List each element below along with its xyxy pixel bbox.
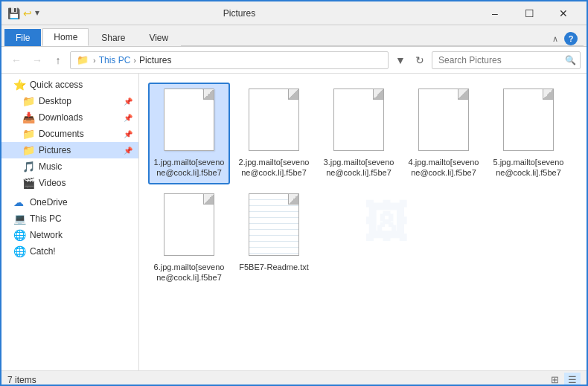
title-bar-controls: – ☐ ✕ — [478, 1, 581, 25]
pin-icon-desktop: 📌 — [124, 97, 132, 106]
pin-icon-downloads: 📌 — [124, 114, 132, 122]
maximize-button[interactable]: ☐ — [512, 1, 546, 25]
tab-home[interactable]: Home — [42, 28, 89, 46]
file-icon-4 — [417, 89, 470, 154]
close-button[interactable]: ✕ — [546, 1, 581, 25]
network-icon: 🌐 — [13, 229, 27, 241]
music-icon: 🎵 — [22, 161, 36, 173]
sidebar-item-thispc[interactable]: 💻 This PC — [1, 210, 138, 227]
pin-icon-pictures: 📌 — [124, 147, 132, 155]
sidebar-label-documents: Documents — [39, 129, 121, 139]
sidebar-label-catch: Catch! — [30, 246, 132, 257]
sidebar-label-quick-access: Quick access — [30, 80, 132, 90]
file-item-3[interactable]: 3.jpg.mailto[sevenone@cock.li].f5be7 — [318, 83, 400, 184]
sidebar-label-desktop: Desktop — [39, 96, 121, 106]
file-item-6[interactable]: 6.jpg.mailto[sevenone@cock.li].f5be7 — [148, 187, 230, 289]
sidebar-label-music: Music — [39, 161, 132, 172]
file-icon-7 — [247, 193, 301, 259]
file-name-2: 2.jpg.mailto[sevenone@cock.li].f5be7 — [237, 157, 310, 178]
window-title: Pictures — [1, 8, 478, 19]
file-item-2[interactable]: 2.jpg.mailto[sevenone@cock.li].f5be7 — [233, 83, 315, 184]
back-button[interactable]: ← — [7, 51, 25, 69]
pin-icon-documents: 📌 — [124, 130, 132, 138]
dropdown-path-button[interactable]: ▼ — [392, 51, 409, 69]
sidebar-item-onedrive[interactable]: ☁ OneDrive — [1, 194, 138, 210]
folder-icon: 📁 — [77, 54, 89, 65]
list-view-button[interactable]: ☰ — [564, 373, 581, 387]
sidebar-item-pictures[interactable]: 📁 Pictures 📌 — [1, 142, 138, 158]
address-path: 📁 › This PC › Pictures — [70, 51, 389, 69]
sidebar-label-downloads: Downloads — [39, 112, 121, 123]
path-thispc[interactable]: This PC — [99, 55, 131, 65]
thispc-icon: 💻 — [13, 213, 27, 225]
title-bar: 💾 ↩ ▾ Pictures – ☐ ✕ — [1, 1, 587, 25]
file-item-7[interactable]: F5BE7-Readme.txt — [233, 187, 315, 289]
file-icon-5 — [502, 89, 555, 154]
main-layout: ⭐ Quick access 📁 Desktop 📌 📥 Downloads 📌… — [1, 74, 587, 370]
pictures-icon: 📁 — [22, 144, 36, 156]
search-icon: 🔍 — [565, 55, 576, 65]
sidebar-label-network: Network — [30, 230, 132, 240]
onedrive-icon: ☁ — [13, 196, 27, 208]
status-bar: 7 items ⊞ ☰ — [1, 370, 587, 386]
videos-icon: 🎬 — [22, 177, 36, 189]
sidebar-label-videos: Videos — [39, 178, 132, 188]
item-count: 7 items — [7, 375, 36, 385]
sidebar-item-catch[interactable]: 🌐 Catch! — [1, 243, 138, 260]
file-item-5[interactable]: 5.jpg.mailto[sevenone@cock.li].f5be7 — [488, 83, 569, 184]
sidebar-item-downloads[interactable]: 📥 Downloads 📌 — [1, 109, 138, 126]
files-grid: 1.jpg.mailto[sevenone@cock.li].f5be7 2.j… — [145, 80, 581, 292]
file-name-4: 4.jpg.mailto[sevenone@cock.li].f5be7 — [407, 157, 480, 178]
content-area: 🖼 1.jpg.mailto[sevenone@cock.li].f5be7 — [139, 74, 587, 370]
quick-access-icon: ⭐ — [13, 79, 27, 91]
file-name-6: 6.jpg.mailto[sevenone@cock.li].f5be7 — [153, 262, 226, 283]
file-icon-6 — [162, 193, 216, 259]
address-controls: ▼ ↻ — [392, 51, 429, 69]
tab-file[interactable]: File — [4, 29, 41, 46]
file-name-5: 5.jpg.mailto[sevenone@cock.li].f5be7 — [492, 157, 565, 178]
file-item-1[interactable]: 1.jpg.mailto[sevenone@cock.li].f5be7 — [148, 83, 230, 184]
file-icon-1 — [162, 89, 216, 154]
help-button[interactable]: ? — [564, 32, 578, 45]
ribbon: File Home Share View ∧ ? — [1, 25, 587, 47]
documents-icon: 📁 — [22, 128, 36, 140]
sidebar-label-onedrive: OneDrive — [30, 197, 132, 208]
file-name-1: 1.jpg.mailto[sevenone@cock.li].f5be7 — [153, 157, 226, 178]
ribbon-collapse-icon[interactable]: ∧ — [552, 34, 558, 44]
tab-share[interactable]: Share — [90, 29, 136, 46]
sidebar: ⭐ Quick access 📁 Desktop 📌 📥 Downloads 📌… — [1, 74, 139, 370]
refresh-button[interactable]: ↻ — [411, 51, 429, 69]
address-bar: ← → ↑ 📁 › This PC › Pictures ▼ ↻ 🔍 — [1, 47, 587, 74]
downloads-icon: 📥 — [22, 112, 36, 123]
sidebar-item-music[interactable]: 🎵 Music — [1, 158, 138, 175]
sidebar-item-documents[interactable]: 📁 Documents 📌 — [1, 126, 138, 142]
view-toggle: ⊞ ☰ — [546, 373, 581, 387]
file-item-4[interactable]: 4.jpg.mailto[sevenone@cock.li].f5be7 — [403, 83, 485, 184]
file-name-7: F5BE7-Readme.txt — [239, 262, 309, 272]
ribbon-tabs: File Home Share View ∧ ? — [1, 25, 587, 46]
sidebar-item-network[interactable]: 🌐 Network — [1, 227, 138, 243]
tab-view[interactable]: View — [138, 29, 179, 46]
search-box-wrap: 🔍 — [432, 51, 581, 69]
minimize-button[interactable]: – — [478, 1, 512, 25]
sidebar-label-pictures: Pictures — [39, 145, 121, 155]
forward-button[interactable]: → — [28, 51, 46, 69]
file-icon-3 — [332, 89, 386, 154]
file-name-3: 3.jpg.mailto[sevenone@cock.li].f5be7 — [322, 157, 395, 178]
breadcrumb: 📁 › This PC › Pictures — [77, 54, 171, 65]
path-pictures[interactable]: Pictures — [139, 55, 171, 65]
catch-icon: 🌐 — [13, 245, 27, 257]
desktop-icon: 📁 — [22, 95, 36, 107]
large-icons-view-button[interactable]: ⊞ — [546, 373, 563, 387]
sidebar-item-videos[interactable]: 🎬 Videos — [1, 175, 138, 191]
sidebar-item-desktop[interactable]: 📁 Desktop 📌 — [1, 93, 138, 109]
file-icon-2 — [247, 89, 301, 154]
sidebar-label-thispc: This PC — [30, 213, 132, 224]
search-input[interactable] — [432, 51, 581, 69]
sidebar-item-quick-access[interactable]: ⭐ Quick access — [1, 77, 138, 93]
up-button[interactable]: ↑ — [49, 51, 67, 69]
